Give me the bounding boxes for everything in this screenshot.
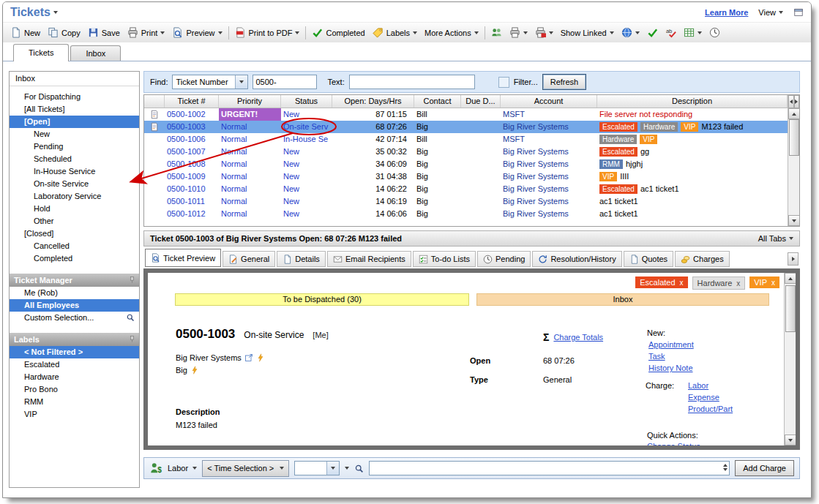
ticket-row-0500-1012[interactable]: 0500-1012 Normal New 14 06:06 Big Big Ri… (144, 208, 799, 220)
link-expense[interactable]: Expense (688, 393, 733, 402)
sidebar-item-all-employees[interactable]: All Employees (10, 299, 139, 312)
preview-scrollbar[interactable] (784, 273, 796, 445)
title-chevron-down-icon[interactable] (53, 11, 58, 14)
toolbar-button-spell-check[interactable] (662, 26, 680, 40)
sidebar-item-in-house-service[interactable]: In-House Service (10, 165, 139, 178)
column-scroll-left-button[interactable] (788, 95, 794, 108)
column-header-due-d[interactable]: Due D... (461, 95, 501, 108)
toolbar-button-new[interactable]: New (7, 26, 44, 40)
small-dropdown-icon[interactable] (345, 467, 349, 470)
ticket-row-0500-1010[interactable]: 0500-1010 Normal New 14 06:22 Big Big Ri… (144, 183, 799, 195)
toolbar-button-web-options[interactable] (618, 26, 643, 40)
ticket-row-0500-1002[interactable]: 0500-1002 URGENT! New 87 01:15 Bill MSFT… (144, 108, 799, 121)
filter-checkbox[interactable] (498, 77, 509, 88)
column-header-contact[interactable]: Contact (414, 95, 461, 108)
open-account-icon[interactable] (244, 353, 253, 362)
column-header-status[interactable]: Status (281, 95, 332, 108)
toolbar-button-print-to-pdf[interactable]: Print to PDF (231, 26, 304, 40)
sidebar-item-me-rob[interactable]: Me (Rob) (10, 287, 139, 299)
tab-resolution-history[interactable]: Resolution/History (532, 251, 621, 267)
sidebar-item-custom-selection[interactable]: Custom Selection... (10, 312, 139, 324)
sidebar-item-on-site-service[interactable]: On-site Service (10, 178, 139, 190)
tab-pending[interactable]: Pending (477, 251, 531, 267)
charge-type-dropdown[interactable]: Labor (168, 464, 197, 473)
sidebar-item-completed[interactable]: Completed (10, 252, 139, 265)
toolbar-button-verify[interactable] (643, 26, 662, 40)
sidebar-item-cancelled[interactable]: Cancelled (10, 240, 139, 252)
toolbar-button-print-options[interactable] (506, 26, 531, 40)
column-header-ticket[interactable]: Ticket # (165, 95, 219, 108)
toolbar-button-labels[interactable]: Labels (369, 26, 421, 40)
toolbar-button-people-icon[interactable] (487, 26, 506, 40)
ticket-row-0500-1006[interactable]: 0500-1006 Normal In-House Se 42 07:14 Bi… (144, 133, 799, 146)
window-layout-icon[interactable] (793, 7, 804, 18)
magnifier-icon[interactable] (354, 464, 364, 473)
scroll-down-button[interactable] (785, 435, 796, 445)
sidebar-item-not-filtered[interactable]: < Not Filtered > (10, 346, 139, 358)
lightning-icon[interactable] (190, 366, 199, 375)
scroll-down-button[interactable] (788, 215, 800, 226)
scroll-up-button[interactable] (785, 273, 796, 284)
magnifier-icon[interactable] (126, 313, 135, 322)
toolbar-button-completed[interactable]: Completed (308, 26, 368, 40)
column-header-description[interactable]: Description (597, 95, 788, 108)
tab-details[interactable]: Details (277, 251, 326, 267)
sidebar-item-laboratory-service[interactable]: Laboratory Service (10, 190, 139, 203)
tab-to-do-lists[interactable]: To-do Lists (413, 251, 476, 267)
refresh-button[interactable]: Refresh (542, 74, 587, 90)
toolbar-button-copy[interactable]: Copy (44, 26, 84, 40)
toolbar-button-print[interactable]: Print (124, 26, 169, 40)
link-product-part[interactable]: Product/Part (688, 405, 733, 413)
ticket-row-0500-1008[interactable]: 0500-1008 Normal New 34 06:09 Big Big Ri… (144, 158, 799, 170)
tab-inbox[interactable]: Inbox (70, 45, 121, 61)
time-selection-dropdown[interactable]: < Time Selection > (202, 460, 289, 477)
sidebar-item-hardware[interactable]: Hardware (10, 371, 139, 383)
tab-general[interactable]: General (222, 251, 275, 267)
sidebar-item-hold[interactable]: Hold (10, 203, 139, 215)
remove-label-button[interactable]: x (771, 279, 775, 287)
sidebar-item-vip[interactable]: VIP (10, 408, 139, 421)
pin-icon[interactable] (128, 276, 136, 284)
sidebar-item-inbox[interactable]: Inbox (10, 72, 139, 86)
sidebar-item-pending[interactable]: Pending (10, 140, 139, 153)
link-change-status[interactable]: Change Status (647, 442, 700, 447)
pin-icon[interactable] (128, 335, 136, 343)
tab-charges[interactable]: Charges (675, 251, 730, 267)
toolbar-button-timer[interactable] (706, 26, 724, 40)
column-header-open-days-hrs[interactable]: Open: Days/Hrs (332, 95, 414, 108)
toolbar-button-export-grid[interactable] (680, 26, 706, 40)
sidebar-item-closed[interactable]: [Closed] (10, 227, 139, 240)
column-header-priority[interactable]: Priority (219, 95, 281, 108)
find-input[interactable] (253, 75, 317, 89)
link-appointment[interactable]: Appointment (648, 340, 694, 349)
link-labor[interactable]: Labor (688, 381, 733, 390)
column-scroll-right-button[interactable] (794, 95, 800, 108)
sidebar-item-all-tickets[interactable]: [All Tickets] (10, 103, 139, 116)
text-input[interactable] (349, 75, 475, 89)
ticket-row-0500-1011[interactable]: 0500-1011 Normal New 14 06:19 Big Big Ri… (144, 195, 799, 208)
scrollbar-thumb[interactable] (789, 119, 799, 156)
column-header-icon[interactable] (144, 95, 165, 108)
toolbar-button-more-actions[interactable]: More Actions (421, 27, 482, 39)
toolbar-button-show-linked[interactable]: Show Linked (557, 27, 618, 39)
sidebar-item-rmm[interactable]: RMM (10, 396, 139, 408)
all-tabs-dropdown[interactable]: All Tabs (758, 234, 793, 243)
learn-more-link[interactable]: Learn More (705, 8, 748, 17)
queue-inbox[interactable]: Inbox (476, 293, 769, 306)
sidebar-item-new[interactable]: New (10, 128, 139, 140)
ticket-row-0500-1003[interactable]: 0500-1003 Normal On-site Serv 68 07:26 B… (144, 121, 799, 133)
tab-tickets[interactable]: Tickets (13, 44, 69, 61)
toolbar-button-preview[interactable]: Preview (168, 26, 225, 40)
add-charge-button[interactable]: Add Charge (735, 460, 794, 476)
scrollbar-thumb[interactable] (785, 285, 796, 332)
sidebar-item-for-dispatching[interactable]: For Dispatching (10, 91, 139, 103)
sidebar-item-escalated[interactable]: Escalated (10, 358, 139, 371)
charge-description-input[interactable] (369, 461, 730, 475)
remove-label-button[interactable]: x (736, 279, 740, 287)
find-field-dropdown[interactable]: Ticket Number (172, 75, 248, 89)
grid-vertical-scrollbar[interactable] (788, 95, 799, 226)
item-dropdown[interactable] (294, 461, 340, 475)
sidebar-item-pro-bono[interactable]: Pro Bono (10, 383, 139, 396)
spinner-control[interactable] (723, 464, 728, 471)
sidebar-item-scheduled[interactable]: Scheduled (10, 153, 139, 165)
